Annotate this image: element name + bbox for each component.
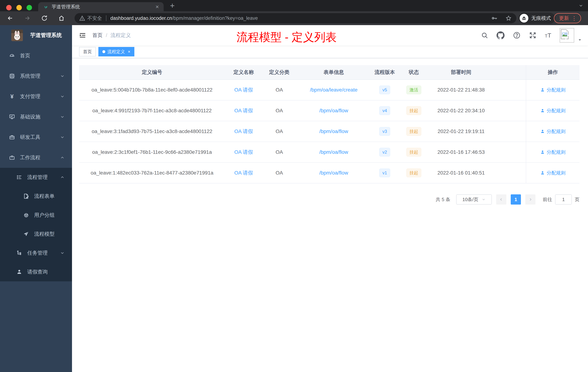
cell-deploy-time: 2022-01-16 01:40:51	[430, 170, 493, 176]
chevron-down-icon	[60, 135, 65, 140]
assign-rule-link[interactable]: 分配规则	[540, 87, 566, 93]
browser-menu-icon[interactable]: ⋮	[571, 15, 577, 22]
definition-name-link[interactable]: OA 请假	[234, 129, 253, 134]
definition-table: 定义编号定义名称定义分类表单信息流程版本状态部署时间操作 oa_leave:5:…	[79, 65, 579, 184]
cell-version: v3	[371, 127, 398, 136]
browser-tab[interactable]: 芋道管理系统 ×	[38, 2, 164, 11]
cell-action: 分配规则	[526, 80, 579, 100]
cell-status: 激活	[398, 86, 430, 94]
column-header: 定义分类	[262, 69, 296, 76]
cell-definition-id: oa_leave:4:991f2193-7b7f-11ec-a3c8-acde4…	[79, 108, 225, 114]
sidebar-logo-row[interactable]: 芋道管理系统	[0, 25, 72, 45]
font-size-icon[interactable]: TT	[545, 32, 551, 39]
tag-close-icon[interactable]: ×	[128, 49, 130, 54]
next-page-button[interactable]	[525, 194, 536, 205]
window-zoom-button[interactable]	[27, 5, 32, 10]
new-tab-button[interactable]: +	[170, 1, 175, 10]
app-logo-rabbit	[11, 30, 23, 41]
tag-active[interactable]: 流程定义×	[98, 47, 134, 56]
page-number-button[interactable]: 1	[511, 194, 521, 205]
cell-action: 分配规则	[526, 142, 579, 162]
sidebar-item-gear[interactable]: 系统管理	[0, 66, 72, 86]
sidebar-item-form[interactable]: 流程表单	[0, 187, 72, 206]
avatar[interactable]	[560, 28, 574, 43]
help-icon[interactable]	[513, 32, 521, 39]
prev-page-button[interactable]	[496, 194, 506, 205]
definition-name-link[interactable]: OA 请假	[234, 149, 253, 155]
briefcase-icon	[9, 154, 15, 161]
cell-version: v5	[371, 86, 398, 94]
sidebar-item-label: 基础设施	[20, 113, 40, 120]
sidebar-item-group[interactable]: 用户分组	[0, 206, 72, 225]
back-icon[interactable]	[7, 15, 13, 22]
sidebar-item-task[interactable]: 任务管理	[0, 243, 72, 263]
update-button[interactable]: 更新 ⋮	[554, 13, 581, 23]
chevron-left-icon	[499, 197, 504, 202]
password-key-icon[interactable]	[491, 15, 497, 21]
cell-status: 挂起	[398, 169, 430, 177]
user-icon	[540, 108, 545, 113]
assign-rule-link[interactable]: 分配规则	[540, 108, 566, 114]
form-link[interactable]: /bpm/oa/flow	[319, 170, 348, 176]
sidebar-item-flowlist[interactable]: 流程管理	[0, 168, 72, 187]
user-icon	[540, 129, 545, 134]
form-link[interactable]: /bpm/oa/flow	[319, 129, 348, 134]
assign-rule-link[interactable]: 分配规则	[540, 149, 566, 155]
assign-rule-label: 分配规则	[547, 108, 566, 114]
security-label[interactable]: 不安全	[87, 15, 102, 22]
url-bar[interactable]: 不安全 dashboard.yudao.iocoder.cn/bpm/manag…	[74, 13, 516, 23]
chevron-down-icon	[60, 251, 65, 255]
table-row: oa_leave:5:004b710b-7b8a-11ec-8ef0-acde4…	[79, 80, 579, 100]
assign-rule-link[interactable]: 分配规则	[540, 128, 566, 135]
sidebar-item-toolbox[interactable]: 研发工具	[0, 127, 72, 147]
person-icon	[16, 269, 22, 275]
home-icon[interactable]	[58, 15, 65, 22]
cell-definition-name: OA 请假	[225, 128, 262, 135]
page-size-select[interactable]: 10条/页	[456, 194, 492, 205]
form-link[interactable]: /bpm/oa/leave/create	[310, 87, 358, 93]
sidebar-item-model[interactable]: 流程模型	[0, 225, 72, 243]
url-separator	[106, 15, 106, 21]
reload-icon[interactable]	[41, 15, 48, 22]
cell-form-info: /bpm/oa/flow	[296, 129, 371, 134]
sidebar-item-dashboard[interactable]: 首页	[0, 45, 72, 66]
table-body: oa_leave:5:004b710b-7b8a-11ec-8ef0-acde4…	[79, 80, 579, 184]
avatar-caret-icon[interactable]	[578, 38, 582, 42]
definition-name-link[interactable]: OA 请假	[234, 108, 253, 113]
tag-item[interactable]: 首页	[79, 47, 96, 56]
form-link[interactable]: /bpm/oa/flow	[319, 108, 348, 113]
sidebar-item-yen[interactable]: ¥支付管理	[0, 86, 72, 107]
incognito-label: 无痕模式	[531, 15, 551, 22]
flowlist-icon	[16, 174, 22, 181]
cell-form-info: /bpm/oa/flow	[296, 170, 371, 176]
sidebar-collapse-icon[interactable]	[79, 32, 86, 39]
sidebar-item-person[interactable]: 请假查询	[0, 263, 72, 281]
pagination-total: 共 5 条	[436, 196, 450, 203]
tag-label: 首页	[83, 49, 92, 55]
goto-page-input[interactable]	[555, 194, 572, 205]
breadcrumb-separator: /	[106, 33, 107, 38]
form-icon	[23, 193, 30, 199]
top-navbar: 首页 / 流程定义 流程模型 - 定义列表 TT	[72, 25, 588, 45]
search-icon[interactable]	[481, 32, 488, 39]
github-icon[interactable]	[496, 31, 504, 39]
cell-action: 分配规则	[526, 121, 579, 142]
sidebar-item-monitor[interactable]: 基础设施	[0, 107, 72, 127]
definition-name-link[interactable]: OA 请假	[234, 87, 253, 93]
tab-search-icon[interactable]	[578, 3, 583, 8]
window-minimize-button[interactable]	[16, 5, 22, 10]
sidebar-item-briefcase[interactable]: 工作流程	[0, 147, 72, 168]
tab-close-icon[interactable]: ×	[156, 3, 159, 10]
assign-rule-link[interactable]: 分配规则	[540, 170, 566, 176]
definition-name-link[interactable]: OA 请假	[234, 170, 253, 176]
user-icon	[540, 150, 545, 154]
form-link[interactable]: /bpm/oa/flow	[319, 149, 348, 155]
breadcrumb-home[interactable]: 首页	[92, 32, 103, 39]
forward-icon[interactable]	[24, 15, 31, 22]
cell-deploy-time: 2022-01-22 19:19:11	[430, 129, 493, 134]
yen-icon: ¥	[9, 93, 15, 100]
window-close-button[interactable]	[6, 5, 12, 10]
bookmark-star-icon[interactable]	[505, 15, 512, 21]
fullscreen-icon[interactable]	[529, 32, 536, 39]
monitor-icon	[9, 114, 15, 120]
